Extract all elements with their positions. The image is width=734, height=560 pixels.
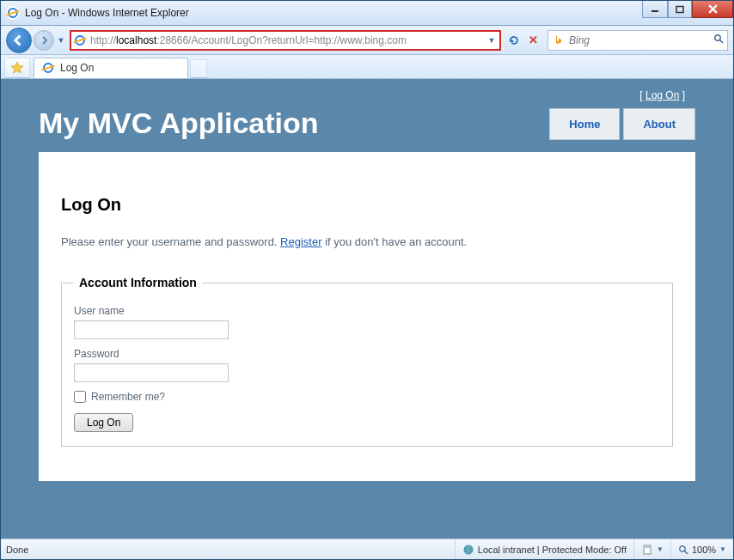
- nav-about[interactable]: About: [623, 108, 695, 140]
- svg-line-10: [684, 551, 688, 554]
- tab-favicon-icon: [41, 61, 55, 75]
- header-logon-link[interactable]: Log On: [645, 89, 679, 101]
- navigation-bar: ▼ http://localhost:28666/Account/LogOn?r…: [1, 26, 733, 55]
- window-title: Log On - Windows Internet Explorer: [25, 7, 189, 19]
- header-login-area: [ Log On ]: [1, 79, 733, 101]
- status-text: Done: [1, 545, 455, 555]
- url-host: localhost: [116, 34, 156, 46]
- svg-point-9: [680, 545, 685, 551]
- svg-rect-8: [644, 545, 651, 548]
- ie-icon: [6, 6, 20, 20]
- remember-label: Remember me?: [91, 391, 165, 403]
- nav-tabs: Home About: [549, 108, 695, 140]
- forward-button[interactable]: [34, 30, 54, 51]
- account-fieldset: Account Information User name Password R…: [61, 276, 673, 447]
- svg-rect-1: [676, 6, 683, 12]
- search-input[interactable]: [569, 34, 708, 46]
- tab-logon[interactable]: Log On: [34, 58, 188, 78]
- address-bar[interactable]: http://localhost:28666/Account/LogOn?ret…: [70, 30, 501, 51]
- browser-window: Log On - Windows Internet Explorer ▼: [0, 0, 734, 560]
- zoom-control[interactable]: 100% ▼: [670, 539, 733, 559]
- bing-icon: [552, 33, 566, 47]
- app-title: My MVC Application: [39, 107, 319, 140]
- new-tab-button[interactable]: [190, 59, 207, 78]
- page-body: [ Log On ] My MVC Application Home About…: [1, 79, 733, 539]
- password-input[interactable]: [74, 363, 229, 382]
- stop-button[interactable]: ✕: [523, 31, 542, 50]
- page-tools[interactable]: ▼: [633, 539, 670, 559]
- zoom-icon: [678, 545, 688, 555]
- register-link[interactable]: Register: [280, 235, 321, 248]
- app-header: My MVC Application Home About: [1, 101, 733, 152]
- page-heading: Log On: [61, 195, 673, 215]
- back-button[interactable]: [6, 27, 32, 53]
- svg-line-5: [720, 40, 724, 44]
- window-titlebar: Log On - Windows Internet Explorer: [1, 1, 733, 26]
- svg-point-4: [715, 35, 720, 40]
- tab-label: Log On: [60, 62, 94, 74]
- fieldset-legend: Account Information: [74, 276, 202, 289]
- instruction-text: Please enter your username and password.…: [61, 235, 673, 248]
- chevron-down-icon: ▼: [657, 545, 664, 553]
- password-label: Password: [74, 348, 660, 360]
- search-go-icon[interactable]: [708, 33, 724, 46]
- globe-icon: [462, 544, 474, 556]
- site-icon: [73, 33, 87, 47]
- url-rest: :28666/Account/LogOn?returnUrl=http://ww…: [156, 34, 407, 46]
- content-card: Log On Please enter your username and pa…: [39, 152, 695, 481]
- minimize-button[interactable]: [642, 1, 668, 18]
- page-icon: [641, 544, 653, 556]
- close-button[interactable]: [692, 1, 733, 18]
- url-input[interactable]: http://localhost:28666/Account/LogOn?ret…: [90, 34, 486, 46]
- refresh-button[interactable]: [505, 31, 523, 50]
- security-zone[interactable]: Local intranet | Protected Mode: Off: [455, 539, 633, 559]
- nav-history-dropdown[interactable]: ▼: [56, 31, 66, 50]
- viewport[interactable]: [ Log On ] My MVC Application Home About…: [1, 79, 733, 539]
- logon-button[interactable]: Log On: [74, 413, 133, 432]
- username-input[interactable]: [74, 320, 229, 339]
- tab-bar: Log On: [1, 55, 733, 79]
- nav-home[interactable]: Home: [549, 108, 620, 140]
- instruction-after: if you don't have an account.: [322, 235, 468, 248]
- url-prefix: http://: [90, 34, 116, 46]
- favorites-button[interactable]: [4, 58, 30, 78]
- remember-checkbox[interactable]: [74, 391, 86, 403]
- status-bar: Done Local intranet | Protected Mode: Of…: [1, 539, 733, 559]
- window-controls: [642, 1, 733, 18]
- maximize-button[interactable]: [668, 1, 692, 18]
- zone-label: Local intranet | Protected Mode: Off: [478, 545, 627, 555]
- zoom-label: 100%: [692, 545, 716, 555]
- address-dropdown-icon[interactable]: ▼: [486, 36, 498, 45]
- instruction-before: Please enter your username and password.: [61, 235, 280, 248]
- chevron-down-icon: ▼: [719, 545, 726, 553]
- username-label: User name: [74, 305, 660, 317]
- search-box[interactable]: [547, 30, 728, 51]
